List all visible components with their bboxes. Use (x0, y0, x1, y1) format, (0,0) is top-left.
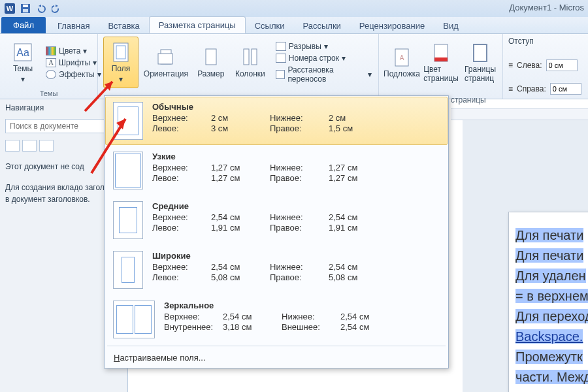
chevron-down-icon: ▾ (119, 74, 123, 84)
watermark-icon: A (391, 47, 412, 68)
indent-right-label: Справа: (517, 84, 546, 93)
tab-file[interactable]: Файл (1, 17, 46, 33)
margins-preset-1[interactable]: УзкиеВерхнее:1,27 смНижнее:1,27 смЛевое:… (105, 146, 448, 195)
preset-thumb-icon (113, 201, 143, 239)
indent-left-icon: ≡ (508, 61, 513, 70)
indent-left-label: Слева: (517, 61, 542, 70)
redo-icon[interactable] (50, 1, 64, 16)
preset-thumb-icon (113, 152, 143, 189)
svg-text:W: W (7, 5, 14, 12)
theme-colors[interactable]: Цвета ▾ (44, 46, 103, 56)
tab-page-layout[interactable]: Разметка страницы (149, 16, 246, 33)
orientation-icon (155, 47, 176, 68)
preset-thumb-icon (113, 102, 143, 140)
group-themes: Aa Темы ▾ Цвета ▾ AШрифты ▾ Эффекты ▾ Те… (0, 34, 98, 99)
themes-icon: Aa (12, 42, 33, 63)
ribbon: Aa Темы ▾ Цвета ▾ AШрифты ▾ Эффекты ▾ Те… (0, 34, 588, 99)
theme-effects[interactable]: Эффекты ▾ (44, 69, 103, 80)
line-numbers-button[interactable]: Номера строк ▾ (274, 53, 373, 63)
tab-home[interactable]: Главная (48, 18, 99, 33)
svg-marker-6 (56, 5, 58, 7)
nav-title: Навигация (5, 103, 44, 112)
theme-fonts[interactable]: AШрифты ▾ (44, 57, 103, 68)
group-page-background: A Подложка Цвет страницы Границы страниц (379, 34, 503, 99)
ribbon-tabs: Файл Главная Вставка Разметка страницы С… (0, 17, 588, 34)
svg-rect-12 (158, 54, 172, 64)
svg-rect-19 (434, 57, 448, 61)
nav-view-pages[interactable] (22, 140, 37, 152)
svg-rect-20 (474, 44, 487, 61)
page-borders-icon (470, 42, 491, 63)
preset-name: Зеркальное (164, 301, 440, 310)
indent-left-input[interactable] (546, 59, 578, 71)
preset-thumb-icon (113, 301, 155, 338)
nav-view-results[interactable] (39, 140, 54, 152)
page-color-button[interactable]: Цвет страницы (423, 37, 459, 88)
svg-text:Aa: Aa (16, 47, 29, 58)
group-indent: Отступ ≡ Слева: ≡ Справа: (503, 34, 588, 99)
indent-right-input[interactable] (550, 83, 581, 95)
title-bar: W Документ1 - Micros (0, 0, 588, 17)
custom-margins-label: астраиваемые поля... (120, 353, 205, 363)
save-icon[interactable] (18, 1, 33, 16)
svg-rect-13 (206, 49, 216, 65)
ruler-horizontal[interactable] (451, 108, 588, 120)
group-page-setup: Поля▾ Ориентация Размер Колонки Разрывы … (98, 34, 379, 99)
tab-references[interactable]: Ссылки (246, 18, 294, 33)
undo-icon[interactable] (34, 1, 48, 16)
margins-preset-3[interactable]: ШирокиеВерхнее:2,54 смНижнее:2,54 смЛево… (105, 245, 448, 295)
tab-review[interactable]: Рецензирование (350, 18, 434, 33)
document-area[interactable]: Для печати Для печати Для удален = в вер… (463, 120, 588, 392)
tab-view[interactable]: Вид (434, 18, 468, 33)
size-button[interactable]: Размер (193, 37, 229, 88)
group-page-bg-label: страницы (451, 95, 486, 105)
preset-name: Средние (152, 201, 440, 211)
orientation-button[interactable]: Ориентация (142, 37, 189, 88)
word-app-icon[interactable]: W (3, 1, 17, 16)
size-icon (201, 47, 221, 68)
themes-button[interactable]: Aa Темы ▾ (5, 37, 41, 88)
chevron-down-icon: ▾ (21, 74, 25, 84)
page-borders-button[interactable]: Границы страниц (463, 37, 498, 88)
margins-button[interactable]: Поля▾ (103, 37, 139, 88)
margins-preset-2[interactable]: СредниеВерхнее:2,54 смНижнее:2,54 смЛево… (105, 195, 448, 245)
indent-title: Отступ (508, 37, 583, 46)
margins-dropdown: ОбычныеВерхнее:2 смНижнее:2 смЛевое:3 см… (104, 95, 449, 368)
margins-preset-4[interactable]: ЗеркальноеВерхнее:2,54 смНижнее:2,54 смВ… (105, 295, 448, 344)
svg-rect-3 (23, 5, 28, 7)
svg-marker-5 (39, 5, 41, 7)
window-title: Документ1 - Micros (509, 3, 584, 12)
columns-icon (240, 47, 261, 68)
themes-label: Темы (13, 64, 33, 73)
svg-text:A: A (400, 54, 404, 61)
preset-thumb-icon (113, 251, 143, 289)
margins-icon (110, 42, 131, 63)
hyphenation-button[interactable]: Расстановка переносов ▾ (274, 65, 373, 84)
svg-rect-15 (252, 49, 257, 65)
preset-name: Узкие (152, 152, 440, 161)
nav-view-headings[interactable] (5, 140, 20, 152)
custom-margins-item[interactable]: Настраиваемые поля... (105, 348, 448, 368)
svg-rect-4 (23, 9, 28, 12)
tab-insert[interactable]: Вставка (99, 18, 148, 33)
breaks-button[interactable]: Разрывы ▾ (274, 41, 373, 52)
columns-button[interactable]: Колонки (233, 37, 268, 88)
tab-mailings[interactable]: Рассылки (294, 18, 350, 33)
group-themes-label: Темы (5, 88, 92, 97)
indent-right-icon: ≡ (508, 84, 513, 93)
margins-preset-0[interactable]: ОбычныеВерхнее:2 смНижнее:2 смЛевое:3 см… (105, 97, 448, 145)
preset-name: Обычные (152, 102, 440, 112)
svg-rect-14 (244, 49, 249, 65)
page-color-icon (431, 42, 451, 63)
document-page: Для печати Для печати Для удален = в вер… (508, 212, 588, 392)
preset-name: Широкие (152, 251, 440, 261)
watermark-button[interactable]: A Подложка (384, 37, 419, 88)
